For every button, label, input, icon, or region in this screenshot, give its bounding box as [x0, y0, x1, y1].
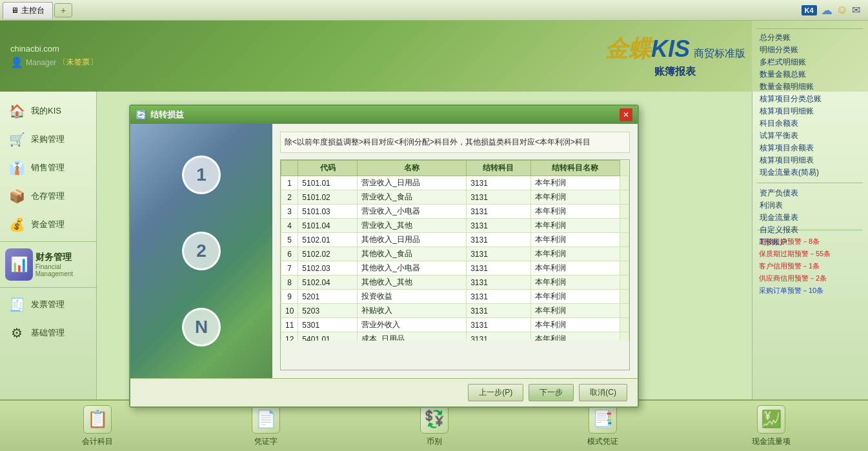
table-cell: 3131	[467, 219, 530, 233]
bottom-icon-voucher-form: 📑	[589, 405, 617, 434]
account-title: 账簿报表	[654, 65, 696, 79]
bottom-nav-accounting[interactable]: 📋 会计科目	[72, 405, 123, 447]
next-button[interactable]: 下一步	[529, 384, 574, 401]
report-item[interactable]: 核算项目明细表	[757, 154, 863, 166]
report-item[interactable]: 明细分类账	[757, 44, 863, 56]
add-tab-btn[interactable]: +	[54, 3, 72, 17]
table-row[interactable]: 25101.02营业收入_食品3131本年利润	[281, 190, 629, 205]
table-row[interactable]: 105203补贴收入3131本年利润	[281, 304, 629, 318]
scroll-col	[620, 290, 629, 304]
scroll-col	[620, 219, 629, 233]
top-bar: 🖥 主控台 + K4 ☁ ☺ ✉	[0, 0, 868, 21]
step-1: 1	[182, 155, 221, 194]
table-cell: 3131	[467, 290, 530, 304]
table-row[interactable]: 65102.02其他收入_食品3131本年利润	[281, 247, 629, 261]
table-scroll[interactable]: 代码 名称 结转科目 结转科目名称 15101.01营业收入_日用品3131本年…	[281, 160, 629, 341]
report-item[interactable]: 资产负债表	[757, 187, 863, 199]
logo-gold: 金蝶	[605, 34, 651, 65]
table-cell: 营业外收入	[358, 318, 467, 332]
report-item[interactable]: 数量金额总账	[757, 68, 863, 81]
sidebar-nav: 🏠 我的KIS 🛒 采购管理 👔 销售管理 📦 仓存管理 💰 资金管理 📊 财务…	[0, 97, 96, 347]
report-item[interactable]: 核算项目明细账	[757, 105, 863, 117]
sidebar-icon-my-kis: 🏠	[8, 102, 26, 120]
scroll-col	[620, 205, 629, 219]
report-item[interactable]: T形账户	[757, 236, 863, 248]
sidebar-icon-invoice: 🧾	[8, 296, 26, 314]
table-cell: 5203	[298, 304, 358, 318]
k-icon[interactable]: K4	[802, 5, 817, 15]
step-2: 2	[182, 232, 221, 270]
dialog-close-button[interactable]: ✕	[620, 108, 632, 121]
report-item[interactable]: 多栏式明细账	[757, 56, 863, 68]
sidebar-item-finance-fund[interactable]: 💰 资金管理	[0, 210, 96, 239]
table-cell: 本年利润	[530, 304, 620, 318]
scroll-col	[620, 233, 629, 247]
sidebar-label-box-finance: 财务管理 Financial Management	[35, 252, 91, 277]
bottom-nav-voucher[interactable]: 📄 凭证字	[240, 405, 292, 447]
table-cell: 其他收入_日用品	[358, 233, 467, 247]
report-item[interactable]: 试算平衡表	[757, 130, 863, 142]
table-cell: 营业收入_食品	[358, 190, 467, 205]
table-cell: 3131	[467, 304, 530, 318]
report-item[interactable]: 利润表	[757, 199, 863, 212]
sidebar-icon-sales: 👔	[8, 159, 26, 177]
sidebar-item-sales[interactable]: 👔 销售管理	[0, 154, 96, 182]
table-cell: 5102.03	[298, 261, 358, 276]
bottom-label-voucher-form: 模式凭证	[587, 436, 618, 447]
report-item[interactable]: 自定义报表	[757, 224, 863, 236]
sidebar-label-basic: 基础管理	[31, 327, 65, 339]
report-item[interactable]: 数量金额明细账	[757, 81, 863, 93]
table-row[interactable]: 15101.01营业收入_日用品3131本年利润	[281, 176, 629, 190]
report-item[interactable]: 总分类账	[757, 32, 863, 44]
report-item[interactable]: 科目余额表	[757, 117, 863, 130]
table-row[interactable]: 35101.03营业收入_小电器3131本年利润	[281, 205, 629, 219]
table-row[interactable]: 95201投资收益3131本年利润	[281, 290, 629, 304]
prev-button[interactable]: 上一步(P)	[468, 384, 523, 401]
sidebar-item-invoice[interactable]: 🧾 发票管理	[0, 290, 96, 319]
tab-label: 主控台	[21, 5, 45, 16]
sidebar-label-main-finance: 财务管理	[35, 252, 91, 263]
table-row[interactable]: 55102.01其他收入_日用品3131本年利润	[281, 233, 629, 247]
sidebar-label-inventory: 仓存管理	[31, 190, 65, 202]
main-tab[interactable]: 🖥 主控台	[3, 2, 53, 19]
bottom-nav-cashflow[interactable]: 💹 现金流量项	[745, 405, 797, 447]
table-row[interactable]: 75102.03其他收入_小电器3131本年利润	[281, 261, 629, 276]
cancel-button[interactable]: 取消(C)	[579, 384, 627, 401]
table-row[interactable]: 115301营业外收入3131本年利润	[281, 318, 629, 332]
table-cell: 本年利润	[530, 261, 620, 276]
report-item[interactable]: 现金流量表(简易)	[757, 166, 863, 179]
sidebar-item-my-kis[interactable]: 🏠 我的KIS	[0, 97, 96, 125]
sidebar-label-sub-finance: Financial Management	[35, 263, 91, 277]
table-row[interactable]: 85102.04其他收入_其他3131本年利润	[281, 276, 629, 290]
table-cell: 2	[281, 190, 298, 205]
table-cell: 3131	[467, 332, 530, 341]
table-body: 15101.01营业收入_日用品3131本年利润25101.02营业收入_食品3…	[281, 176, 629, 341]
table-row[interactable]: 125401.01成本_日用品3131本年利润	[281, 332, 629, 341]
alert-item[interactable]: 保质期过期预警－55条	[758, 248, 863, 260]
sidebar-item-finance[interactable]: 📊 财务管理 Financial Management	[0, 245, 96, 285]
alert-item[interactable]: 客户信用预警－1条	[758, 260, 863, 272]
report-item[interactable]: 现金流量表	[757, 212, 863, 224]
bottom-nav-voucher-form[interactable]: 📑 模式凭证	[577, 405, 629, 447]
cloud-icon[interactable]: ☁	[821, 3, 833, 17]
header-area: chinacbi.com 👤 Manager 〔未签票〕 金蝶 KIS 商贸标准…	[0, 21, 868, 92]
report-item[interactable]: 核算项目余额表	[757, 142, 863, 154]
table-cell: 本年利润	[530, 219, 620, 233]
sidebar-icon-basic: ⚙	[8, 324, 26, 342]
smile-icon[interactable]: ☺	[836, 3, 848, 17]
sidebar-icon-finance: 📊	[5, 248, 33, 281]
table-row[interactable]: 45101.04营业收入_其他3131本年利润	[281, 219, 629, 233]
bottom-nav-currency[interactable]: 💱 币别	[409, 405, 460, 447]
sidebar-item-basic[interactable]: ⚙ 基础管理	[0, 319, 96, 347]
sidebar-item-inventory[interactable]: 📦 仓存管理	[0, 182, 96, 210]
scroll-col	[620, 176, 629, 190]
alert-item[interactable]: 供应商信用预警－2条	[758, 272, 863, 285]
user-status: 〔未签票〕	[59, 57, 97, 68]
alert-item[interactable]: 采购订单预警－10条	[758, 285, 863, 297]
report-item[interactable]: 核算项目分类总账	[757, 93, 863, 105]
mail-icon[interactable]: ✉	[852, 4, 860, 16]
sidebar-item-purchase[interactable]: 🛒 采购管理	[0, 125, 96, 154]
scroll-col	[620, 190, 629, 205]
user-name: Manager	[26, 58, 56, 67]
dialog-footer: 上一步(P) 下一步 取消(C)	[130, 378, 638, 406]
